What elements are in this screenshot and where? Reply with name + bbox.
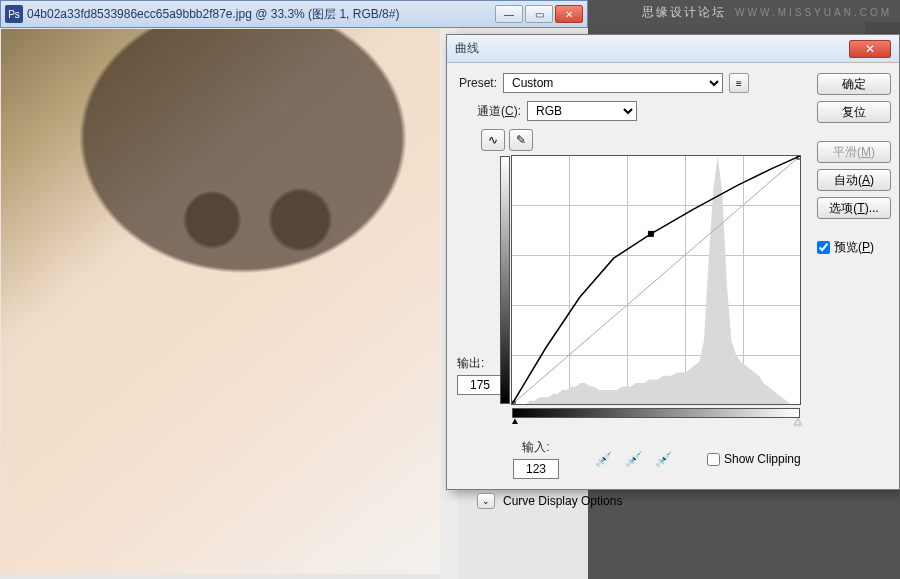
curve-line[interactable]	[512, 156, 800, 404]
show-clipping-checkbox[interactable]: Show Clipping	[707, 452, 801, 466]
document-titlebar[interactable]: Ps 04b02a33fd8533986ecc65a9bbb2f87e.jpg …	[0, 0, 588, 28]
curve-area: ▲ △	[511, 155, 811, 415]
dialog-buttons: 确定 复位 平滑(M) 自动(A) 选项(T)... 预览(P)	[817, 63, 899, 489]
curves-dialog: 曲线 ✕ Preset: Custom ≡ 通道(C): RGB ∿ ✎	[446, 34, 900, 490]
channel-select[interactable]: RGB	[527, 101, 637, 121]
preset-row: Preset: Custom ≡	[459, 73, 811, 93]
input-gradient	[512, 408, 800, 418]
auto-button[interactable]: 自动(A)	[817, 169, 891, 191]
minimize-button[interactable]: —	[495, 5, 523, 23]
watermark-brand: 思缘设计论坛	[642, 5, 726, 19]
preset-select[interactable]: Custom	[503, 73, 723, 93]
panel-tab-strip	[865, 22, 900, 34]
document-canvas[interactable]	[1, 29, 441, 574]
pencil-curve-tool[interactable]: ✎	[509, 129, 533, 151]
point-curve-tool[interactable]: ∿	[481, 129, 505, 151]
close-button[interactable]: ✕	[555, 5, 583, 23]
white-eyedropper[interactable]: 💉	[653, 449, 673, 469]
input-row: 输入: 💉 💉 💉 Show Clipping	[513, 439, 811, 479]
watermark-url: WWW.MISSYUAN.COM	[735, 7, 892, 18]
input-label: 输入:	[522, 439, 549, 456]
curve-display-options-label: Curve Display Options	[503, 494, 622, 508]
show-clipping-input[interactable]	[707, 453, 720, 466]
output-label: 输出:	[457, 355, 503, 372]
preset-menu-button[interactable]: ≡	[729, 73, 749, 93]
black-point-slider[interactable]: ▲	[510, 415, 520, 426]
dialog-close-button[interactable]: ✕	[849, 40, 891, 58]
smooth-button: 平滑(M)	[817, 141, 891, 163]
gray-eyedropper[interactable]: 💉	[623, 449, 643, 469]
preview-input[interactable]	[817, 241, 830, 254]
channel-label: 通道(C):	[477, 103, 521, 120]
curve-canvas[interactable]: ▲ △	[511, 155, 801, 405]
channel-row: 通道(C): RGB	[477, 101, 811, 121]
options-button[interactable]: 选项(T)...	[817, 197, 891, 219]
eyedropper-group: 💉 💉 💉	[593, 449, 673, 469]
curve-display-expander[interactable]: ⌄	[477, 493, 495, 509]
maximize-button[interactable]: ▭	[525, 5, 553, 23]
curve-tool-toggle: ∿ ✎	[481, 129, 811, 151]
document-title: 04b02a33fd8533986ecc65a9bbb2f87e.jpg @ 3…	[27, 6, 495, 23]
ok-button[interactable]: 确定	[817, 73, 891, 95]
show-clipping-label: Show Clipping	[724, 452, 801, 466]
svg-line-1	[512, 156, 800, 404]
watermark: 思缘设计论坛 WWW.MISSYUAN.COM	[642, 4, 892, 21]
preview-checkbox[interactable]: 预览(P)	[817, 239, 891, 256]
svg-rect-2	[648, 231, 654, 237]
curve-display-options-row: ⌄ Curve Display Options	[477, 493, 811, 509]
app-icon: Ps	[5, 5, 23, 23]
cancel-button[interactable]: 复位	[817, 101, 891, 123]
dialog-main: Preset: Custom ≡ 通道(C): RGB ∿ ✎ 输出:	[447, 63, 817, 489]
dialog-body: Preset: Custom ≡ 通道(C): RGB ∿ ✎ 输出:	[447, 63, 899, 489]
white-point-slider[interactable]: △	[794, 415, 802, 426]
black-eyedropper[interactable]: 💉	[593, 449, 613, 469]
output-side: 输出:	[459, 155, 503, 415]
dialog-title: 曲线	[455, 40, 849, 57]
window-buttons: — ▭ ✕	[495, 5, 583, 23]
preview-label: 预览(P)	[834, 239, 874, 256]
preset-label: Preset:	[459, 76, 497, 90]
output-gradient	[500, 156, 510, 404]
curve-row: 输出: ▲ △	[459, 155, 811, 415]
output-input[interactable]	[457, 375, 503, 395]
input-input[interactable]	[513, 459, 559, 479]
dialog-titlebar[interactable]: 曲线 ✕	[447, 35, 899, 63]
